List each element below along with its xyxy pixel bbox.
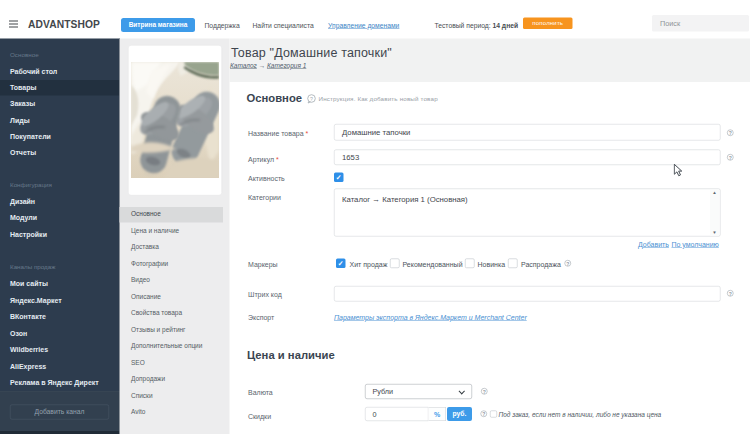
svg-text:?: ?	[310, 96, 313, 102]
